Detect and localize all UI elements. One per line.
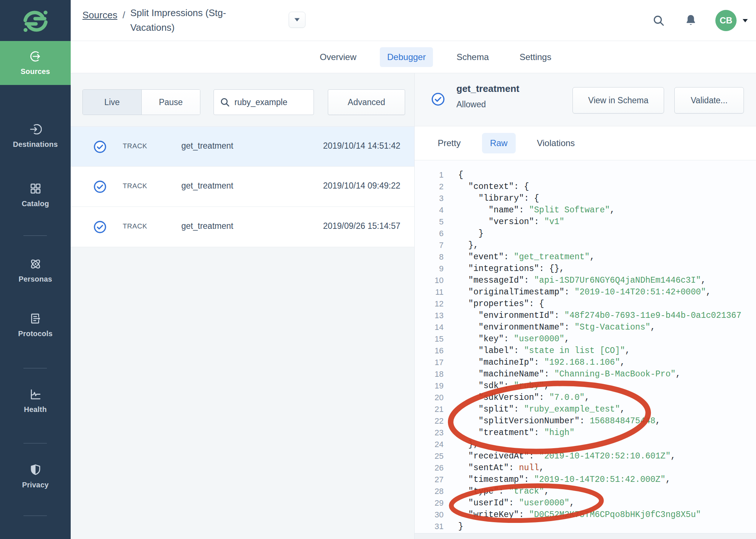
sidebar-item-label: Sources <box>21 67 50 76</box>
panel-bottom-strip <box>415 533 756 539</box>
line-number: 11 <box>415 286 444 298</box>
breadcrumb-sources-link[interactable]: Sources <box>82 10 117 21</box>
sidebar-item-label: Privacy <box>22 481 49 489</box>
code-text: "context": { <box>458 181 529 193</box>
event-search-input[interactable] <box>234 97 304 107</box>
event-timestamp: 2019/09/26 15:14:57 <box>323 221 400 231</box>
line-number: 2 <box>415 181 444 193</box>
sidebar-item-privacy[interactable]: Privacy <box>0 464 71 496</box>
code-line: 2 "context": { <box>415 181 756 193</box>
code-line: 25 "receivedAt": "2019-10-14T20:52:10.60… <box>415 450 756 462</box>
live-button[interactable]: Live <box>83 90 141 115</box>
line-number: 26 <box>415 462 444 474</box>
allowed-check-icon <box>93 220 107 234</box>
line-number: 24 <box>415 439 444 450</box>
line-number: 10 <box>415 275 444 286</box>
payload-tab-raw[interactable]: Raw <box>482 133 516 153</box>
code-text: "name": "Split Software", <box>458 204 615 216</box>
code-text: "event": "get_treatment", <box>458 251 595 263</box>
code-line: 4 "name": "Split Software", <box>415 204 756 216</box>
code-text: "userId": "user0000", <box>458 497 574 509</box>
segment-logo-icon[interactable] <box>0 6 71 37</box>
payload-tab-violations[interactable]: Violations <box>529 133 583 153</box>
tab-overview[interactable]: Overview <box>312 47 364 67</box>
segment-debugger-page: SourcesDestinationsCatalogPersonasProtoc… <box>0 0 756 539</box>
code-text: "properties": { <box>458 298 544 310</box>
sidebar: SourcesDestinationsCatalogPersonasProtoc… <box>0 0 71 539</box>
personas-icon <box>29 258 42 270</box>
search-icon[interactable] <box>652 14 665 27</box>
tab-settings[interactable]: Settings <box>512 47 559 67</box>
account-menu-caret-icon[interactable] <box>742 19 748 23</box>
event-row[interactable]: TRACKget_treatment2019/10/14 14:51:42 <box>71 126 414 167</box>
line-number: 21 <box>415 404 444 415</box>
avatar[interactable]: CB <box>715 10 737 31</box>
event-row[interactable]: TRACKget_treatment2019/10/14 09:49:22 <box>71 167 414 207</box>
event-name: get_treatment <box>181 141 233 151</box>
breadcrumb-separator: / <box>122 10 125 21</box>
code-text: "treatment": "high" <box>458 427 574 439</box>
sidebar-item-label: Protocols <box>18 330 52 338</box>
line-number: 19 <box>415 380 444 392</box>
raw-json-view: 1{2 "context": {3 "library": {4 "name": … <box>415 160 756 533</box>
sidebar-item-health[interactable]: Health <box>0 388 71 420</box>
code-line: 13 "environmentId": "48f274b0-7693-11e9-… <box>415 310 756 321</box>
privacy-icon <box>29 464 42 476</box>
event-type: TRACK <box>123 222 147 230</box>
event-type: TRACK <box>123 142 147 150</box>
code-line: 31} <box>415 521 756 532</box>
tab-debugger[interactable]: Debugger <box>380 47 433 67</box>
allowed-check-icon <box>93 140 107 153</box>
sidebar-divider <box>23 368 47 368</box>
event-name: get_treatment <box>181 181 233 191</box>
line-number: 8 <box>415 251 444 263</box>
notifications-bell-icon[interactable] <box>685 14 697 27</box>
line-number: 29 <box>415 497 444 509</box>
validate-button[interactable]: Validate... <box>674 87 744 114</box>
sidebar-item-sources[interactable]: Sources <box>0 41 71 85</box>
sidebar-item-protocols[interactable]: Protocols <box>0 312 71 345</box>
event-row[interactable]: TRACKget_treatment2019/09/26 15:14:57 <box>71 207 414 247</box>
event-detail-header: get_treatment Allowed View in Schema Val… <box>415 73 756 126</box>
code-text: "environmentId": "48f274b0-7693-11e9-b44… <box>458 310 741 321</box>
payload-tab-pretty[interactable]: Pretty <box>430 133 469 153</box>
sidebar-item-catalog[interactable]: Catalog <box>0 182 71 215</box>
code-text: "label": "state in list [CO]", <box>458 345 630 357</box>
sources-icon <box>29 50 42 63</box>
advanced-button[interactable]: Advanced <box>328 89 405 115</box>
code-line: 10 "messageId": "api-1SD7Ur6NGY6Q4jaNDhE… <box>415 275 756 286</box>
event-list: TRACKget_treatment2019/10/14 14:51:42TRA… <box>71 126 414 247</box>
line-number: 25 <box>415 450 444 462</box>
code-text: "split": "ruby_example_test", <box>458 404 625 415</box>
source-switcher-button[interactable] <box>289 12 305 28</box>
line-number: 14 <box>415 321 444 333</box>
view-in-schema-button[interactable]: View in Schema <box>572 87 664 114</box>
code-text: "splitVersionNumber": 1568848475448, <box>458 415 660 427</box>
code-line: 22 "splitVersionNumber": 1568848475448, <box>415 415 756 427</box>
code-text: "version": "v1" <box>458 216 564 228</box>
line-number: 5 <box>415 216 444 228</box>
tab-schema[interactable]: Schema <box>449 47 496 67</box>
pause-button[interactable]: Pause <box>141 90 200 115</box>
code-text: }, <box>458 439 478 450</box>
event-name: get_treatment <box>181 221 233 231</box>
code-line: 28 "type": "track", <box>415 486 756 497</box>
event-detail-panel: get_treatment Allowed View in Schema Val… <box>414 73 756 539</box>
line-number: 4 <box>415 204 444 216</box>
sidebar-item-personas[interactable]: Personas <box>0 258 71 290</box>
line-number: 6 <box>415 228 444 239</box>
code-text: "type": "track", <box>458 486 549 497</box>
code-line: 6 } <box>415 228 756 239</box>
line-number: 28 <box>415 486 444 497</box>
code-line: 8 "event": "get_treatment", <box>415 251 756 263</box>
line-number: 23 <box>415 427 444 439</box>
line-number: 22 <box>415 415 444 427</box>
page-title: Split Impressions (Stg-Vacations) <box>130 5 240 35</box>
destinations-icon <box>29 123 42 135</box>
line-number: 7 <box>415 239 444 251</box>
code-line: 30 "writeKey": "D0C52M2K75TM6CPqo8bHKj0f… <box>415 509 756 521</box>
sidebar-item-destinations[interactable]: Destinations <box>0 123 71 155</box>
code-line: 12 "properties": { <box>415 298 756 310</box>
code-text: "machineName": "Channing-B-MacBook-Pro", <box>458 368 681 380</box>
line-number: 15 <box>415 333 444 345</box>
